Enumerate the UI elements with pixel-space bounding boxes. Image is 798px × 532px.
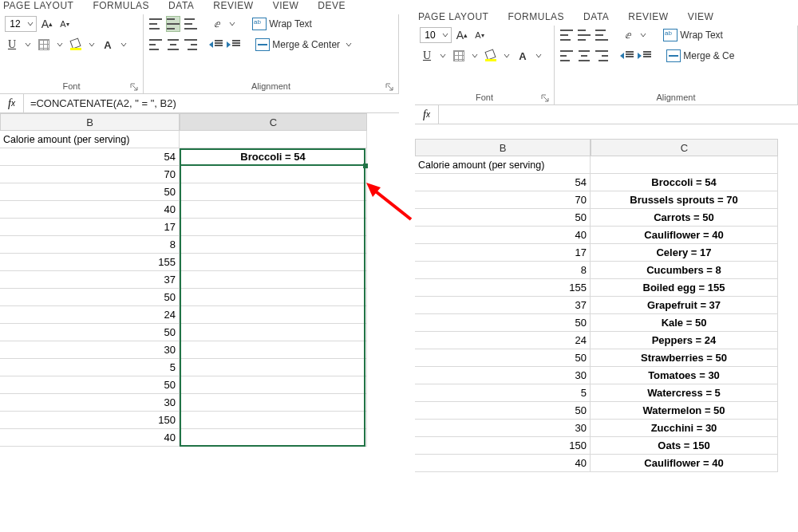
- cell[interactable]: 24: [415, 332, 591, 349]
- cell[interactable]: [180, 324, 367, 341]
- cell[interactable]: [180, 394, 367, 412]
- cell[interactable]: [180, 359, 367, 376]
- increase-indent-button[interactable]: [638, 48, 652, 64]
- cell[interactable]: 30: [0, 341, 180, 359]
- increase-font-button[interactable]: A▴: [40, 16, 54, 32]
- cell[interactable]: 70: [415, 191, 591, 209]
- wrap-text-button[interactable]: Wrap Text: [252, 16, 312, 32]
- cell[interactable]: Cauliflower = 40: [591, 455, 778, 472]
- cell[interactable]: 50: [0, 324, 180, 341]
- cell[interactable]: 40: [415, 227, 591, 244]
- fill-handle[interactable]: [363, 164, 368, 168]
- col-header-b[interactable]: B: [0, 113, 180, 131]
- align-left-button[interactable]: [148, 37, 163, 53]
- worksheet-grid-left[interactable]: B Calorie amount (per serving) 547050401…: [0, 113, 399, 447]
- cell[interactable]: Cauliflower = 40: [591, 227, 778, 244]
- cell[interactable]: Celery = 17: [591, 244, 778, 262]
- cell[interactable]: 30: [0, 394, 180, 412]
- decrease-font-button[interactable]: A▾: [57, 16, 72, 32]
- font-size-combo[interactable]: 10: [420, 27, 452, 43]
- cell[interactable]: Cucumbers = 8: [591, 262, 778, 279]
- cell[interactable]: 24: [0, 306, 180, 324]
- tab-review[interactable]: REVIEW: [210, 0, 256, 11]
- cell[interactable]: 54: [0, 148, 180, 166]
- tab-review[interactable]: REVIEW: [625, 11, 671, 22]
- cell[interactable]: Peppers = 24: [591, 332, 778, 349]
- fill-color-button[interactable]: [484, 48, 498, 64]
- tab-view[interactable]: VIEW: [685, 11, 717, 22]
- decrease-font-button[interactable]: A▾: [472, 27, 487, 43]
- cell[interactable]: 50: [415, 209, 591, 227]
- align-left-button[interactable]: [559, 48, 574, 64]
- cell[interactable]: Brussels sprouts = 70: [591, 191, 778, 209]
- cell[interactable]: [180, 183, 367, 201]
- font-size-combo[interactable]: 12: [5, 16, 37, 32]
- increase-indent-button[interactable]: [227, 37, 241, 53]
- underline-button[interactable]: U: [420, 48, 434, 64]
- align-center-button[interactable]: [166, 37, 180, 53]
- cell[interactable]: 54: [415, 174, 591, 191]
- cell[interactable]: Zucchini = 30: [591, 420, 778, 437]
- cell[interactable]: Grapefruit = 37: [591, 297, 778, 314]
- cell[interactable]: 155: [0, 254, 180, 271]
- fill-color-button[interactable]: [69, 37, 83, 53]
- cell[interactable]: 50: [0, 376, 180, 394]
- tab-view[interactable]: VIEW: [270, 0, 302, 11]
- cell[interactable]: Watercress = 5: [591, 384, 778, 402]
- cell[interactable]: 40: [0, 201, 180, 219]
- cell[interactable]: 30: [415, 420, 591, 437]
- cell[interactable]: [180, 219, 367, 236]
- fx-icon[interactable]: fx: [415, 105, 439, 124]
- cell[interactable]: [180, 412, 367, 429]
- align-bottom-button[interactable]: [184, 16, 198, 32]
- header-calorie[interactable]: Calorie amount (per serving): [0, 131, 180, 148]
- orientation-button[interactable]: ⅇ: [620, 27, 634, 43]
- cell[interactable]: 37: [0, 271, 180, 289]
- cell[interactable]: 17: [415, 244, 591, 262]
- cell[interactable]: 155: [415, 279, 591, 297]
- decrease-indent-button[interactable]: [620, 48, 634, 64]
- cell[interactable]: 17: [0, 219, 180, 236]
- fx-icon[interactable]: fx: [0, 94, 24, 112]
- cell[interactable]: 50: [415, 402, 591, 420]
- align-right-button[interactable]: [184, 37, 198, 53]
- font-color-button[interactable]: A: [101, 37, 115, 53]
- align-bottom-button[interactable]: [595, 27, 609, 43]
- align-middle-button[interactable]: [577, 27, 591, 43]
- dialog-launcher-icon[interactable]: [385, 83, 393, 91]
- cell[interactable]: 50: [0, 183, 180, 201]
- header-calorie[interactable]: Calorie amount (per serving): [415, 156, 591, 174]
- cell[interactable]: 5: [0, 359, 180, 376]
- cell[interactable]: 8: [0, 236, 180, 254]
- col-header-c[interactable]: C: [591, 139, 778, 156]
- borders-button[interactable]: [37, 37, 51, 53]
- decrease-indent-button[interactable]: [209, 37, 223, 53]
- cell[interactable]: [180, 341, 367, 359]
- cell[interactable]: 40: [415, 455, 591, 472]
- merge-center-button[interactable]: Merge & Center: [255, 37, 340, 53]
- cell[interactable]: 8: [415, 262, 591, 279]
- align-top-button[interactable]: [148, 16, 163, 32]
- font-color-button[interactable]: A: [516, 48, 530, 64]
- chevron-down-icon[interactable]: [501, 53, 512, 59]
- cell[interactable]: Carrots = 50: [591, 209, 778, 227]
- cell[interactable]: Kale = 50: [591, 314, 778, 332]
- cell[interactable]: Broccoli = 54: [591, 174, 778, 191]
- orientation-button[interactable]: ⅇ: [209, 16, 223, 32]
- cell[interactable]: [180, 306, 367, 324]
- cell[interactable]: Boiled egg = 155: [591, 279, 778, 297]
- cell[interactable]: [180, 376, 367, 394]
- cell[interactable]: 30: [415, 367, 591, 384]
- tab-data[interactable]: DATA: [580, 11, 612, 22]
- cell[interactable]: Tomatoes = 30: [591, 367, 778, 384]
- chevron-down-icon[interactable]: [22, 41, 34, 48]
- chevron-down-icon[interactable]: [638, 32, 649, 38]
- chevron-down-icon[interactable]: [469, 53, 480, 59]
- cell[interactable]: 50: [415, 314, 591, 332]
- cell[interactable]: 37: [415, 297, 591, 314]
- align-middle-button[interactable]: [166, 16, 180, 32]
- cell[interactable]: Watermelon = 50: [591, 402, 778, 420]
- cell[interactable]: 50: [415, 349, 591, 367]
- cell[interactable]: [180, 271, 367, 289]
- cell[interactable]: [180, 236, 367, 254]
